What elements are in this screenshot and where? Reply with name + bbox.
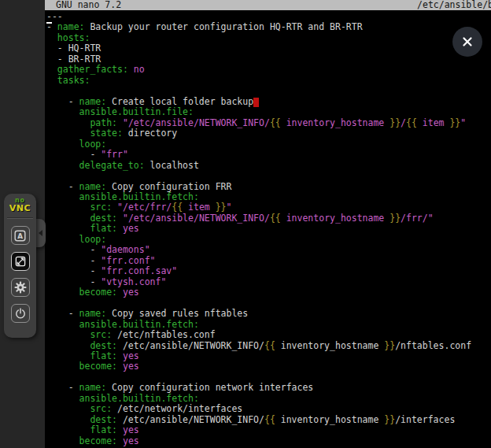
- collapse-arrow-icon: [39, 230, 42, 236]
- fullscreen-icon: [13, 254, 28, 268]
- code-line: - "frr.conf": [46, 256, 491, 266]
- code-line: - "vtysh.conf": [46, 277, 491, 287]
- code-line: become: yes: [46, 287, 491, 298]
- code-line: loop:: [46, 235, 491, 245]
- code-line: hosts:: [46, 33, 491, 43]
- code-line: [46, 372, 491, 383]
- power-button[interactable]: [11, 304, 30, 323]
- gear-icon: [13, 280, 28, 294]
- code-line: state: directory: [46, 128, 491, 139]
- code-line: - name: Copy configuration FRR: [46, 182, 491, 192]
- code-line: - "frr": [46, 150, 491, 160]
- code-line: dest: /etc/ansible/NETWORK_INFO/{{ inven…: [46, 415, 491, 425]
- code-line: become: yes: [46, 361, 491, 372]
- code-line: ---: [46, 12, 491, 22]
- code-line: dest: "/etc/ansible/NETWORK_INFO/{{ inve…: [46, 213, 491, 224]
- code-line: - BR-RTR: [46, 54, 491, 65]
- close-icon: [461, 35, 474, 48]
- settings-button[interactable]: [11, 278, 30, 297]
- code-line: src: /etc/nftables.conf: [46, 330, 491, 340]
- code-line: ansible.builtin.fetch:: [46, 320, 491, 330]
- code-area[interactable]: ---- name: Backup your router configurat…: [45, 10, 491, 446]
- code-line: - "frr.conf.sav": [46, 266, 491, 276]
- code-line: - name: Create local folder backup: [46, 97, 491, 107]
- code-line: src: /etc/network/interfaces: [46, 404, 491, 414]
- svg-text:A: A: [17, 231, 23, 239]
- code-line: delegate_to: localhost: [46, 161, 491, 171]
- novnc-viewer: GNU nano 7.2 /etc/ansible/b ---- name: B…: [0, 0, 491, 448]
- code-line: path: "/etc/ansible/NETWORK_INFO/{{ inve…: [46, 118, 491, 128]
- code-line: - HQ-RTR: [46, 43, 491, 54]
- code-line: gather_facts: no: [46, 65, 491, 75]
- keyboard-a-icon: A: [13, 228, 28, 243]
- code-line: - name: Backup your router configuration…: [46, 22, 491, 32]
- code-line: ansible.builtin.file:: [46, 107, 491, 117]
- close-button[interactable]: [452, 27, 482, 57]
- code-line: flat: yes: [46, 224, 491, 234]
- keyboard-button[interactable]: A: [11, 226, 30, 245]
- code-line: flat: yes: [46, 351, 491, 361]
- fullscreen-button[interactable]: [11, 252, 30, 271]
- nano-titlebar: GNU nano 7.2 /etc/ansible/b: [45, 0, 491, 10]
- code-line: [46, 171, 491, 181]
- code-line: ansible.builtin.fetch:: [46, 192, 491, 202]
- nano-version-label: GNU nano 7.2: [56, 0, 121, 10]
- code-line: [46, 298, 491, 309]
- novnc-logo-bottom: VNC: [4, 204, 36, 213]
- code-line: [46, 86, 491, 96]
- code-line: - name: Copy saved rules nftables: [46, 309, 491, 319]
- code-line: become: yes: [46, 436, 491, 446]
- power-icon: [13, 306, 28, 320]
- code-line: tasks:: [46, 76, 491, 86]
- novnc-logo: no VNC: [4, 194, 36, 213]
- nano-filepath-label: /etc/ansible/b: [417, 0, 491, 10]
- code-line: dest: /etc/ansible/NETWORK_INFO/{{ inven…: [46, 341, 491, 351]
- code-line: src: "/etc/frr/{{ item }}": [46, 202, 491, 213]
- vnc-control-bar: no VNC A: [4, 194, 36, 338]
- terminal-screen[interactable]: GNU nano 7.2 /etc/ansible/b ---- name: B…: [45, 0, 491, 448]
- code-line: - "daemons": [46, 245, 491, 255]
- code-line: - name: Copy configuration network inter…: [46, 383, 491, 393]
- code-line: loop:: [46, 139, 491, 150]
- code-line: flat: yes: [46, 425, 491, 435]
- code-line: ansible.builtin.fetch:: [46, 394, 491, 404]
- panel-divider: [7, 217, 33, 219]
